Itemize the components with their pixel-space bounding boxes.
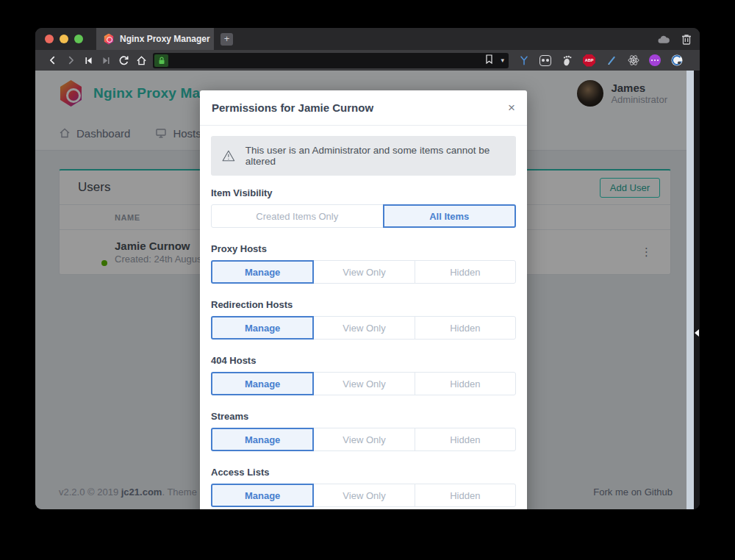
gnome-foot-extension-icon[interactable] xyxy=(561,54,573,67)
admin-warning-text: This user is an Administrator and some i… xyxy=(245,145,505,167)
proxy-hosts-manage-button[interactable]: Manage xyxy=(211,260,314,284)
browser-toolbar: ▾ ABP xyxy=(35,50,700,71)
redirection-hosts-view-only-button[interactable]: View Only xyxy=(313,316,415,340)
proxy-hosts-hidden-button[interactable]: Hidden xyxy=(415,260,516,284)
browser-tab[interactable]: Nginx Proxy Manager xyxy=(96,28,214,50)
purple-extension-icon[interactable] xyxy=(649,54,661,66)
home-button[interactable] xyxy=(132,51,150,69)
visibility-all-items-button[interactable]: All Items xyxy=(383,204,516,228)
adblock-plus-icon[interactable]: ABP xyxy=(583,54,595,67)
proxy-hosts-section: Proxy Hosts Manage View Only Hidden xyxy=(211,243,516,284)
close-window-button[interactable] xyxy=(45,35,54,43)
new-tab-button[interactable]: + xyxy=(220,33,233,46)
sync-cloud-icon[interactable] xyxy=(657,33,670,46)
visibility-created-items-only-button[interactable]: Created Items Only xyxy=(211,204,384,228)
pen-extension-icon[interactable] xyxy=(605,54,617,67)
streams-view-only-button[interactable]: View Only xyxy=(313,428,415,451)
panel-edge-strip[interactable] xyxy=(694,71,700,509)
streams-hidden-button[interactable]: Hidden xyxy=(415,428,516,451)
404-hosts-view-only-button[interactable]: View Only xyxy=(313,372,415,395)
item-visibility-label: Item Visibility xyxy=(211,187,516,198)
tab-title: Nginx Proxy Manager xyxy=(120,34,210,44)
zoom-window-button[interactable] xyxy=(74,35,83,43)
fast-forward-button[interactable] xyxy=(97,51,115,69)
streams-section: Streams Manage View Only Hidden xyxy=(211,411,516,451)
redirection-hosts-manage-button[interactable]: Manage xyxy=(211,316,314,340)
access-lists-section: Access Lists Manage View Only Hidden xyxy=(211,467,516,507)
browser-tabbar: Nginx Proxy Manager + xyxy=(35,28,700,50)
access-lists-manage-button[interactable]: Manage xyxy=(211,484,314,507)
page-viewport: Nginx Proxy Manager James Administrator … xyxy=(35,71,694,509)
extension-icons: ABP xyxy=(517,54,683,67)
access-lists-view-only-button[interactable]: View Only xyxy=(313,484,415,507)
item-visibility-section: Item Visibility Created Items Only All I… xyxy=(211,187,516,228)
browser-window: Nginx Proxy Manager + xyxy=(35,28,700,509)
minimize-window-button[interactable] xyxy=(60,35,68,43)
page-scrollbar[interactable] xyxy=(686,71,694,509)
back-button[interactable] xyxy=(44,51,62,69)
address-dropdown-caret[interactable]: ▾ xyxy=(501,57,504,64)
window-controls xyxy=(45,35,83,43)
modal-title: Permissions for Jamie Curnow xyxy=(212,101,373,114)
access-lists-hidden-button[interactable]: Hidden xyxy=(415,484,516,507)
permissions-modal: Permissions for Jamie Curnow × This user… xyxy=(200,90,527,509)
atom-extension-icon[interactable] xyxy=(627,54,639,67)
proxy-hosts-view-only-button[interactable]: View Only xyxy=(313,260,415,284)
goggles-extension-icon[interactable] xyxy=(539,55,551,66)
panel-collapse-arrow-icon[interactable] xyxy=(695,329,699,337)
close-icon[interactable]: × xyxy=(508,101,515,114)
streams-manage-button[interactable]: Manage xyxy=(211,428,314,451)
trash-icon[interactable] xyxy=(680,33,692,46)
rewind-button[interactable] xyxy=(79,51,97,69)
favicon xyxy=(104,34,114,45)
screenshot-canvas: Nginx Proxy Manager + xyxy=(0,0,735,560)
https-lock-icon[interactable] xyxy=(154,54,168,67)
404-hosts-section: 404 Hosts Manage View Only Hidden xyxy=(211,355,516,395)
admin-warning-alert: This user is an Administrator and some i… xyxy=(211,136,516,176)
forward-button[interactable] xyxy=(62,51,79,69)
redirection-hosts-hidden-button[interactable]: Hidden xyxy=(415,316,516,340)
404-hosts-hidden-button[interactable]: Hidden xyxy=(415,372,516,395)
warning-triangle-icon xyxy=(222,149,235,162)
redirection-hosts-section: Redirection Hosts Manage View Only Hidde… xyxy=(211,299,516,340)
bookmark-icon[interactable] xyxy=(485,54,493,67)
reload-button[interactable] xyxy=(115,51,132,69)
404-hosts-manage-button[interactable]: Manage xyxy=(211,372,314,395)
fork-extension-icon[interactable] xyxy=(517,54,530,67)
address-bar[interactable]: ▾ xyxy=(153,53,509,68)
power-circle-extension-icon[interactable] xyxy=(670,54,683,67)
